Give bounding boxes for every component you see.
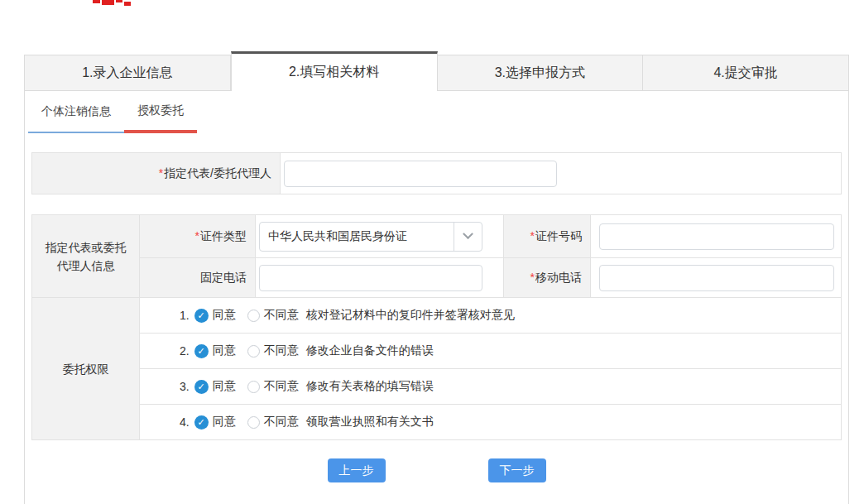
disagree-option[interactable]: 不同意 bbox=[264, 379, 299, 394]
radio-agree-selected-icon[interactable]: ✓ bbox=[194, 344, 209, 358]
cert-number-label-cell: *证件号码 bbox=[504, 215, 591, 258]
material-subtabs: 个体注销信息 授权委托 bbox=[25, 91, 848, 133]
cert-type-cell: 中华人民共和国居民身份证 bbox=[256, 215, 504, 258]
mobile-phone-cell bbox=[591, 258, 842, 298]
authority-item-1: 1. ✓ 同意 不同意 核对登记材料中的复印件并签署核对意见 bbox=[140, 298, 842, 334]
radio-agree-selected-icon[interactable]: ✓ bbox=[194, 380, 209, 394]
cert-number-label: 证件号码 bbox=[535, 229, 582, 242]
cert-type-select[interactable]: 中华人民共和国居民身份证 bbox=[259, 222, 482, 252]
agree-option[interactable]: 同意 bbox=[213, 415, 236, 430]
cert-number-input[interactable] bbox=[599, 223, 834, 250]
subtab-cancellation-info[interactable]: 个体注销信息 bbox=[28, 91, 124, 133]
fixed-phone-cell bbox=[256, 258, 504, 298]
mobile-phone-input[interactable] bbox=[599, 265, 834, 291]
agree-option[interactable]: 同意 bbox=[213, 343, 236, 358]
info-group-title: 指定代表或委托代理人信息 bbox=[32, 215, 140, 298]
item-number: 1. bbox=[180, 309, 190, 322]
fixed-phone-input[interactable] bbox=[259, 265, 482, 291]
wizard-buttons: 上一步 下一步 bbox=[31, 458, 842, 482]
required-asterisk: * bbox=[530, 271, 535, 284]
radio-disagree-icon[interactable] bbox=[247, 345, 260, 358]
authority-item-3: 3. ✓ 同意 不同意 修改有关表格的填写错误 bbox=[140, 369, 842, 405]
tab-step-1[interactable]: 1.录入企业信息 bbox=[25, 55, 231, 91]
next-step-button[interactable]: 下一步 bbox=[488, 458, 546, 482]
authority-item-2: 2. ✓ 同意 不同意 修改企业自备文件的错误 bbox=[140, 334, 842, 369]
tab-step-4[interactable]: 4.提交审批 bbox=[643, 55, 848, 91]
cert-type-selected-value: 中华人民共和国居民身份证 bbox=[260, 229, 454, 244]
fixed-phone-label: 固定电话 bbox=[200, 271, 247, 284]
tab-step-2-active[interactable]: 2.填写相关材料 bbox=[231, 51, 438, 91]
cert-type-label: 证件类型 bbox=[200, 229, 247, 242]
disagree-option[interactable]: 不同意 bbox=[264, 343, 299, 358]
agent-row-table: *指定代表/委托代理人 bbox=[31, 152, 842, 194]
wizard-panel: 1.录入企业信息 2.填写相关材料 3.选择申报方式 4.提交审批 个体注销信息… bbox=[24, 55, 849, 504]
mobile-phone-label-cell: *移动电话 bbox=[504, 258, 591, 298]
authority-description: 核对登记材料中的复印件并签署核对意见 bbox=[306, 308, 515, 323]
radio-agree-selected-icon[interactable]: ✓ bbox=[194, 415, 209, 430]
authority-description: 修改有关表格的填写错误 bbox=[306, 379, 434, 394]
agent-name-input[interactable] bbox=[284, 161, 557, 187]
agree-option[interactable]: 同意 bbox=[213, 308, 236, 323]
authority-group-title: 委托权限 bbox=[32, 298, 140, 440]
mobile-phone-label: 移动电话 bbox=[535, 271, 582, 284]
required-asterisk: * bbox=[530, 229, 535, 242]
required-asterisk: * bbox=[159, 166, 163, 180]
previous-step-button[interactable]: 上一步 bbox=[328, 458, 386, 482]
authority-description: 修改企业自备文件的错误 bbox=[306, 343, 434, 358]
agree-option[interactable]: 同意 bbox=[213, 379, 236, 394]
fixed-phone-label-cell: 固定电话 bbox=[140, 258, 256, 298]
radio-disagree-icon[interactable] bbox=[247, 416, 260, 429]
required-asterisk: * bbox=[195, 229, 199, 242]
detail-table: 指定代表或委托代理人信息 *证件类型 中华人民共和国居民身份证 *证件号码 bbox=[31, 214, 842, 440]
form-content: *指定代表/委托代理人 指定代表或委托代理人信息 *证件类型 中华人民共和国居民… bbox=[25, 152, 848, 482]
radio-disagree-icon[interactable] bbox=[247, 381, 260, 393]
agent-input-cell bbox=[281, 153, 842, 194]
authority-item-4: 4. ✓ 同意 不同意 领取营业执照和有关文书 bbox=[140, 405, 842, 440]
cert-number-cell bbox=[591, 215, 842, 258]
radio-agree-selected-icon[interactable]: ✓ bbox=[194, 309, 209, 323]
authority-description: 领取营业执照和有关文书 bbox=[306, 415, 434, 430]
tab-step-3[interactable]: 3.选择申报方式 bbox=[438, 55, 644, 91]
agent-label-cell: *指定代表/委托代理人 bbox=[32, 153, 281, 194]
item-number: 4. bbox=[180, 415, 190, 429]
cert-type-label-cell: *证件类型 bbox=[140, 215, 256, 258]
disagree-option[interactable]: 不同意 bbox=[264, 415, 299, 430]
item-number: 3. bbox=[180, 380, 190, 393]
agent-label: 指定代表/委托代理人 bbox=[164, 166, 271, 180]
step-tabs: 1.录入企业信息 2.填写相关材料 3.选择申报方式 4.提交审批 bbox=[25, 55, 848, 91]
subtab-authorization[interactable]: 授权委托 bbox=[124, 91, 197, 133]
chevron-down-icon[interactable] bbox=[454, 223, 482, 251]
disagree-option[interactable]: 不同意 bbox=[264, 308, 299, 323]
cropped-logo-fragment bbox=[93, 0, 132, 7]
item-number: 2. bbox=[180, 344, 190, 358]
radio-disagree-icon[interactable] bbox=[247, 310, 260, 322]
